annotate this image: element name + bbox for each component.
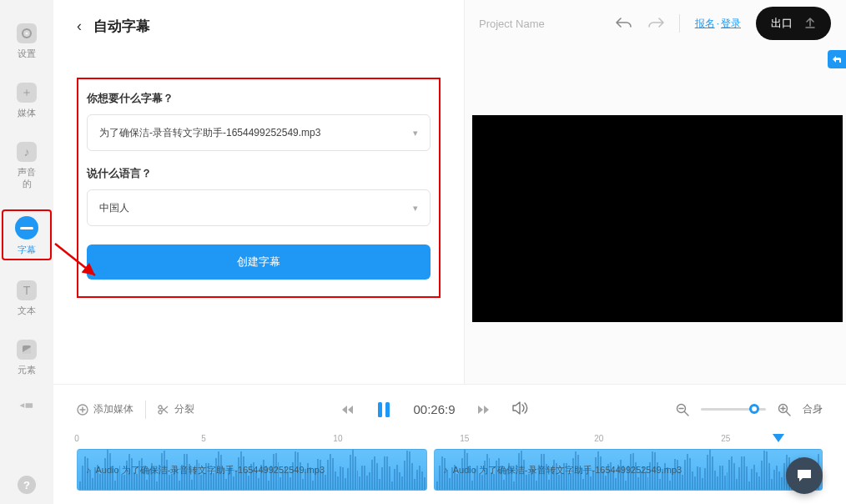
- split-button[interactable]: 分裂: [158, 402, 194, 416]
- sidebar-item-audio[interactable]: ♪ 声音 的: [2, 139, 52, 192]
- chat-button[interactable]: [786, 457, 823, 494]
- pause-button[interactable]: [376, 401, 391, 418]
- sidebar-item-label: 媒体: [18, 108, 36, 118]
- chevron-down-icon: ▾: [413, 203, 418, 214]
- svg-rect-9: [385, 402, 390, 417]
- svg-rect-2: [20, 227, 33, 229]
- sidebar-item-media[interactable]: ＋ 媒体: [2, 79, 52, 122]
- pencil-icon: [20, 399, 33, 416]
- timeline-controls: 添加媒体 分裂 00:26:9 合身: [53, 384, 846, 434]
- main-area: ‹ 自动字幕 你想要什么字幕？ 为了确保洁-录音转文字助手-1654499252…: [53, 0, 846, 384]
- ruler-tick: 25: [721, 434, 730, 443]
- audio-clip[interactable]: ♪ Audio 为了确保洁-录音转文字助手-1654499252549.mp3: [434, 449, 823, 491]
- fit-button[interactable]: 合身: [803, 402, 823, 416]
- ruler-tick: 20: [594, 434, 603, 443]
- clip-label: Audio 为了确保洁-录音转文字助手-1654499252549.mp3: [453, 464, 682, 476]
- zoom-handle[interactable]: [749, 404, 759, 414]
- playback-controls: 00:26:9: [209, 401, 661, 418]
- svg-point-1: [26, 33, 28, 35]
- login-link[interactable]: 登录: [721, 18, 741, 29]
- source-select[interactable]: 为了确保洁-录音转文字助手-1654499252549.mp3 ▾: [87, 114, 431, 151]
- zoom-slider[interactable]: [701, 408, 766, 411]
- panel-separator: [464, 0, 465, 384]
- audio-clip[interactable]: ♪ Audio 为了确保洁-录音转文字助手-1654499252549.mp3: [77, 449, 427, 491]
- note-icon: ♪: [17, 142, 37, 162]
- plus-icon: ＋: [17, 83, 37, 103]
- subtitle-form: 你想要什么字幕？ 为了确保洁-录音转文字助手-1654499252549.mp3…: [77, 78, 441, 298]
- redo-button[interactable]: [647, 15, 664, 33]
- language-select[interactable]: 中国人 ▾: [87, 189, 431, 226]
- question-source-label: 你想要什么字幕？: [87, 91, 431, 106]
- undo-button[interactable]: [616, 15, 632, 33]
- sidebar-item-label: 文本: [18, 305, 36, 316]
- sidebar-item-label: 元素: [18, 365, 36, 375]
- ruler-tick: 0: [74, 434, 79, 443]
- sidebar-item-label: 声音 的: [18, 167, 36, 189]
- svg-point-7: [159, 411, 162, 414]
- sidebar-item-help[interactable]: ?: [2, 472, 52, 497]
- svg-rect-8: [378, 402, 382, 417]
- zoom-controls: 合身: [676, 402, 823, 416]
- signup-link[interactable]: 报名: [695, 18, 715, 29]
- svg-point-6: [159, 406, 162, 409]
- back-button[interactable]: ‹: [77, 18, 82, 35]
- divider: [145, 401, 146, 419]
- add-media-label: 添加媒体: [93, 402, 133, 416]
- source-value: 为了确保洁-录音转文字助手-1654499252549.mp3: [99, 126, 320, 140]
- left-panel: ‹ 自动字幕 你想要什么字幕？ 为了确保洁-录音转文字助手-1654499252…: [53, 0, 464, 384]
- prev-button[interactable]: [341, 404, 355, 416]
- sidebar-item-subtitles[interactable]: 字幕: [2, 209, 52, 260]
- elements-icon: [17, 340, 37, 360]
- right-panel: Project Name 报名·登录 出口: [464, 0, 846, 384]
- chevron-down-icon: ▾: [413, 128, 418, 139]
- help-icon: ?: [18, 476, 36, 494]
- sidebar-item-label: 设置: [18, 48, 36, 59]
- sidebar-item-elements[interactable]: 元素: [2, 336, 52, 379]
- panel-header: ‹ 自动字幕: [77, 17, 441, 36]
- text-icon: T: [17, 280, 37, 300]
- top-bar: Project Name 报名·登录 出口: [464, 0, 846, 47]
- zoom-out-button[interactable]: [676, 403, 689, 416]
- track-row: ♪ Audio 为了确保洁-录音转文字助手-1654499252549.mp3 …: [77, 449, 823, 491]
- auth-links: 报名·登录: [695, 17, 741, 31]
- sidebar: 设置 ＋ 媒体 ♪ 声音 的 字幕 T 文本 元素 ?: [0, 0, 53, 504]
- playhead[interactable]: [773, 434, 784, 442]
- share-badge[interactable]: [828, 50, 846, 68]
- gear-icon: [17, 23, 37, 43]
- language-value: 中国人: [99, 201, 129, 215]
- add-media-button[interactable]: 添加媒体: [77, 402, 133, 416]
- volume-button[interactable]: [512, 401, 529, 418]
- timeline-ruler: 0 5 10 15 20 25: [77, 434, 823, 449]
- create-subtitles-button[interactable]: 创建字幕: [87, 244, 431, 280]
- divider: [679, 14, 680, 33]
- zoom-in-button[interactable]: [778, 403, 791, 416]
- ruler-tick: 10: [333, 434, 342, 443]
- upload-icon: [804, 18, 816, 29]
- timeline-left-controls: 添加媒体 分裂: [77, 401, 194, 419]
- next-button[interactable]: [477, 404, 491, 416]
- subtitle-icon: [15, 216, 38, 239]
- timeline-tracks: 0 5 10 15 20 25 ♪ Audio 为了确保洁-录音转文字助手-16…: [53, 434, 846, 504]
- export-button[interactable]: 出口: [756, 7, 831, 40]
- timecode: 00:26:9: [413, 402, 455, 416]
- panel-title: 自动字幕: [93, 17, 150, 36]
- clip-label: Audio 为了确保洁-录音转文字助手-1654499252549.mp3: [96, 464, 325, 476]
- video-preview[interactable]: [472, 115, 843, 322]
- question-language-label: 说什么语言？: [87, 166, 431, 181]
- sidebar-item-label: 字幕: [18, 244, 36, 255]
- export-label: 出口: [771, 16, 793, 31]
- sidebar-item-draw[interactable]: [2, 396, 52, 419]
- ruler-tick: 15: [460, 434, 469, 443]
- split-label: 分裂: [174, 402, 194, 416]
- sidebar-item-settings[interactable]: 设置: [2, 20, 52, 63]
- sidebar-item-text[interactable]: T 文本: [2, 277, 52, 320]
- project-name-input[interactable]: Project Name: [479, 18, 601, 30]
- ruler-tick: 5: [201, 434, 206, 443]
